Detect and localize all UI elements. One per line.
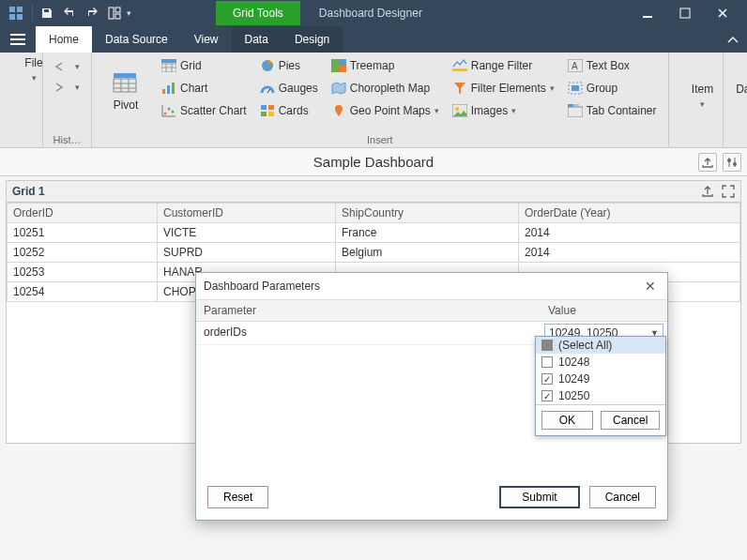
svg-rect-9 <box>680 8 690 18</box>
svg-point-17 <box>164 113 167 115</box>
dashboard-button[interactable]: Dashboard ▾ <box>731 56 747 109</box>
cards-button[interactable]: Cards <box>256 101 322 120</box>
svg-rect-7 <box>115 14 120 19</box>
funnel-icon <box>452 81 467 96</box>
svg-rect-25 <box>331 59 340 72</box>
file-label: File <box>24 56 42 69</box>
tabcontainer-button[interactable]: Tab Container <box>564 101 661 120</box>
choropleth-button[interactable]: Choropleth Map <box>328 79 443 98</box>
treemap-icon <box>331 58 346 73</box>
ribbon: File ▾ ▾ ▾ Hist… Pivot Grid Chart Scatte… <box>0 53 747 148</box>
save-icon[interactable] <box>37 3 57 23</box>
grid-maximize-icon[interactable] <box>722 185 735 198</box>
export-icon[interactable] <box>698 153 717 172</box>
svg-rect-21 <box>261 105 267 110</box>
option-10250[interactable]: ✓10250 <box>536 387 665 404</box>
col-parameter: Parameter <box>196 300 541 321</box>
gauges-button[interactable]: Gauges <box>256 79 322 98</box>
grid-export-icon[interactable] <box>701 185 714 198</box>
hist-back-button[interactable]: ▾ <box>51 60 84 73</box>
svg-text:A: A <box>572 61 578 71</box>
item-button[interactable]: Item ▾ <box>677 56 729 109</box>
contextual-tab-grid-tools[interactable]: Grid Tools <box>216 1 300 25</box>
pies-button[interactable]: Pies <box>256 56 322 75</box>
minimize-button[interactable] <box>629 2 666 24</box>
dropdown-cancel-button[interactable]: Cancel <box>601 411 660 430</box>
svg-rect-1 <box>17 7 23 12</box>
hist-fwd-button[interactable]: ▾ <box>51 81 84 94</box>
range-filter-button[interactable]: Range Filter <box>449 56 558 75</box>
option-select-all[interactable]: (Select All) <box>536 337 665 354</box>
svg-rect-27 <box>340 66 346 72</box>
group-icon <box>568 81 583 96</box>
grid-icon <box>161 58 176 73</box>
layout-icon[interactable] <box>104 3 125 23</box>
app-title: Dashboard Designer <box>319 7 422 20</box>
images-button[interactable]: Images▾ <box>449 101 558 120</box>
app-icon <box>6 3 26 23</box>
undo-icon[interactable] <box>59 3 80 23</box>
insert-group-label: Insert <box>99 132 661 145</box>
svg-point-30 <box>455 107 459 111</box>
redo-icon[interactable] <box>82 3 102 23</box>
checkbox-checked-icon: ✓ <box>541 373 553 385</box>
close-button[interactable] <box>704 2 741 24</box>
reset-button[interactable]: Reset <box>207 486 268 508</box>
history-group-label: Hist… <box>51 132 84 145</box>
svg-rect-3 <box>17 14 23 20</box>
table-header-row: OrderID CustomerID ShipCountry OrderDate… <box>8 204 740 223</box>
option-10249[interactable]: ✓10249 <box>536 371 665 387</box>
tab-data-source[interactable]: Data Source <box>92 26 181 53</box>
menu-icon[interactable] <box>0 26 36 53</box>
tab-home[interactable]: Home <box>36 26 92 53</box>
svg-rect-28 <box>452 68 467 71</box>
svg-rect-6 <box>115 8 120 12</box>
svg-rect-24 <box>268 112 274 116</box>
treemap-button[interactable]: Treemap <box>328 56 443 75</box>
table-row: 10252SUPRDBelgium2014 <box>8 243 740 263</box>
svg-rect-10 <box>114 73 136 78</box>
ribbon-tabs: Home Data Source View Data Design <box>0 26 747 53</box>
param-name: orderIDs <box>196 322 541 344</box>
maximize-button[interactable] <box>666 2 704 24</box>
option-10248[interactable]: 10248 <box>536 354 665 371</box>
svg-point-18 <box>168 108 171 111</box>
svg-rect-14 <box>162 89 165 94</box>
textbox-button[interactable]: AText Box <box>564 56 661 75</box>
tab-data[interactable]: Data <box>232 26 282 53</box>
dialog-close-icon[interactable]: ✕ <box>641 279 660 294</box>
pivot-button[interactable]: Pivot <box>99 56 152 128</box>
tab-view[interactable]: View <box>181 26 232 53</box>
dropdown-ok-button[interactable]: OK <box>541 411 593 430</box>
svg-point-39 <box>733 162 737 166</box>
dashboard-header: Sample Dashboard <box>0 148 747 176</box>
svg-rect-34 <box>572 85 579 91</box>
svg-rect-15 <box>167 85 170 94</box>
collapse-ribbon-icon[interactable] <box>719 26 747 53</box>
checkbox-icon <box>541 356 553 368</box>
chart-icon <box>161 81 176 96</box>
submit-button[interactable]: Submit <box>499 486 579 508</box>
svg-point-19 <box>172 111 175 114</box>
pivot-icon <box>113 72 139 95</box>
svg-rect-16 <box>172 83 175 94</box>
col-value: Value <box>541 300 667 321</box>
dialog-title: Dashboard Parameters <box>204 280 320 293</box>
svg-rect-0 <box>9 7 15 12</box>
parameters-icon[interactable] <box>723 153 741 172</box>
filter-elements-button[interactable]: Filter Elements▾ <box>449 79 558 98</box>
svg-rect-11 <box>114 79 136 92</box>
svg-rect-5 <box>109 8 114 19</box>
tabs-icon <box>568 103 583 118</box>
grid-button[interactable]: Grid <box>158 56 251 75</box>
svg-rect-36 <box>568 104 573 107</box>
chart-button[interactable]: Chart <box>158 79 251 98</box>
geopoint-button[interactable]: Geo Point Maps▾ <box>328 101 443 120</box>
group-button[interactable]: Group <box>564 79 661 98</box>
svg-rect-12 <box>161 59 176 63</box>
tab-design[interactable]: Design <box>282 26 343 53</box>
map-icon <box>331 81 346 96</box>
scatter-button[interactable]: Scatter Chart <box>158 101 251 120</box>
dialog-cancel-button[interactable]: Cancel <box>589 486 656 508</box>
cards-icon <box>260 103 275 118</box>
